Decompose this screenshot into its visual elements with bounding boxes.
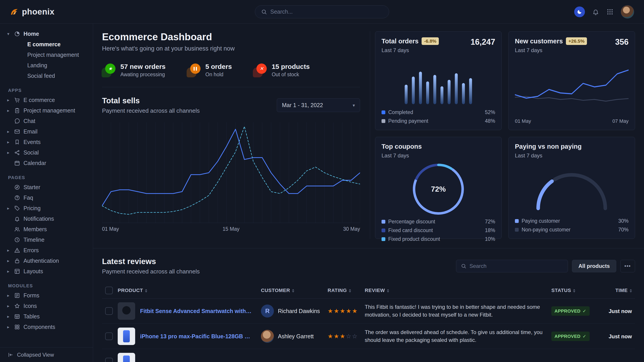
customer: Ashley Garrett <box>261 330 321 343</box>
sort-up-arrow <box>292 289 294 291</box>
legend-item: Fixed product discount10% <box>382 236 495 242</box>
sidebar-item-e-commerce[interactable]: ▸E commerce <box>6 95 87 105</box>
sidebar-item-timeline[interactable]: Timeline <box>6 235 87 245</box>
reviews-table: PRODUCTCUSTOMERRATINGREVIEWSTATUSTIME Fi… <box>102 283 635 362</box>
star-filled-icon: ★ <box>334 333 340 340</box>
sort-down-arrow <box>573 291 575 293</box>
cell-checkbox <box>102 349 114 362</box>
legend-swatch <box>382 119 385 123</box>
sidebar-item-layouts[interactable]: ▸Layouts <box>6 266 87 277</box>
sidebar-item-project-management[interactable]: Project management <box>6 50 87 60</box>
sidebar-item-components[interactable]: ▸Components <box>6 322 87 332</box>
sidebar-item-faq[interactable]: Faq <box>6 193 87 203</box>
chevron-right-icon: ▸ <box>6 97 11 103</box>
customer: RRichard Dawkins <box>261 305 321 318</box>
sidebar-item-forms[interactable]: ▸Forms <box>6 290 87 301</box>
reviews-search[interactable] <box>456 260 568 272</box>
checkbox[interactable] <box>105 333 113 340</box>
checkbox[interactable] <box>105 358 113 362</box>
sidebar-item-notifications[interactable]: Notifications <box>6 214 87 224</box>
column-header-review[interactable]: REVIEW <box>362 283 548 299</box>
sidebar-item-email[interactable]: ▸Email <box>6 126 87 137</box>
collapsed-view-toggle[interactable]: Collapsed View <box>0 347 93 362</box>
share-icon <box>14 150 20 156</box>
cell-review <box>362 349 548 362</box>
sidebar-item-project-management[interactable]: ▸Project management <box>6 105 87 116</box>
sidebar-item-home[interactable]: ▾Home <box>6 29 87 39</box>
sidebar-item-events[interactable]: ▸Events <box>6 137 87 147</box>
legend-label: Paying customer <box>522 218 560 224</box>
pause-bar <box>196 67 197 71</box>
apps-grid-button[interactable] <box>606 8 614 15</box>
column-header-product[interactable]: PRODUCT <box>114 283 258 299</box>
checkbox[interactable] <box>105 287 113 294</box>
cell-review: This Fitbit is fantastic! I was trying t… <box>362 299 548 324</box>
checkbox[interactable] <box>105 307 113 315</box>
top-coupons-legend: Percentage discount72%Fixed card discoun… <box>382 219 495 242</box>
column-header-customer[interactable]: CUSTOMER <box>258 283 324 299</box>
product-image <box>118 302 135 320</box>
latest-reviews-section: Latest reviews Payment received across a… <box>102 248 635 362</box>
stat-text: 57 new ordersAwating processing <box>120 63 166 78</box>
sidebar-item-social-feed[interactable]: Social feed <box>6 71 87 81</box>
sort-icon <box>573 289 575 293</box>
chevron-right-icon: ▸ <box>6 258 11 263</box>
star-filled-icon: ★ <box>334 308 340 314</box>
chevron-right-icon: ▸ <box>6 269 11 274</box>
sidebar-item-authentication[interactable]: ▸Authentication <box>6 256 87 266</box>
chevron-right-icon: ▸ <box>6 129 11 134</box>
all-products-button[interactable]: All products <box>572 260 616 272</box>
sidebar-item-starter[interactable]: Starter <box>6 182 87 193</box>
x-label: 30 May <box>343 226 360 232</box>
sidebar-item-e-commerce[interactable]: E commerce <box>6 39 87 50</box>
sidebar-item-calendar[interactable]: Calendar <box>6 158 87 168</box>
brand-logo[interactable]: phoenix <box>10 7 54 16</box>
sort-down-arrow <box>292 291 294 293</box>
star-filled-icon: ★ <box>328 333 334 340</box>
sidebar-item-errors[interactable]: ▸Errors <box>6 245 87 256</box>
stat-text: 5 ordersOn hold <box>206 63 232 78</box>
sidebar-item-label: Components <box>24 324 55 330</box>
column-header-rating[interactable]: RATING <box>324 283 362 299</box>
sidebar-item-icons[interactable]: ▸Icons <box>6 301 87 311</box>
more-options-button[interactable]: ••• <box>620 260 635 272</box>
sidebar-item-label: Starter <box>24 184 40 191</box>
product-link[interactable]: Fitbit Sense Advanced Smartwatch with To… <box>140 308 252 314</box>
sidebar-item-social[interactable]: ▸Social <box>6 147 87 158</box>
legend-label: Fixed card discount <box>388 227 433 233</box>
product-link[interactable]: iPhone 13 pro max-Pacific Blue-128GB sto… <box>140 333 252 340</box>
sidebar-item-landing[interactable]: Landing <box>6 60 87 71</box>
top-coupons-chart-wrap: 72% <box>413 164 464 215</box>
notifications-button[interactable] <box>592 8 599 15</box>
x-stat-icon: ✕ <box>253 63 267 77</box>
reviews-search-input[interactable] <box>470 263 563 269</box>
legend-value: 52% <box>485 109 495 115</box>
sidebar-item-pricing[interactable]: ▸Pricing <box>6 203 87 214</box>
star-filled-icon: ★ <box>340 308 346 314</box>
alert-icon <box>14 247 20 253</box>
legend-swatch <box>515 228 519 232</box>
user-avatar[interactable] <box>621 5 634 18</box>
sidebar-item-label: E commerce <box>24 97 55 103</box>
reviews-subtitle: Payment received across all channels <box>102 268 200 275</box>
sidebar-item-label: Notifications <box>24 216 54 222</box>
sort-down-arrow <box>387 291 389 293</box>
chevron-right-icon: ▸ <box>6 304 11 309</box>
cell-customer: RRichard Dawkins <box>258 299 324 324</box>
sidebar-item-tables[interactable]: ▸Tables <box>6 311 87 322</box>
column-header-time[interactable]: TIME <box>603 283 635 299</box>
search-input[interactable] <box>270 8 383 15</box>
global-search[interactable] <box>255 5 389 18</box>
sort-down-arrow <box>630 291 632 293</box>
sidebar-item-members[interactable]: Members <box>6 224 87 235</box>
date-range-select[interactable]: Mar 1 - 31, 2022 ▾ <box>277 98 360 112</box>
cell-time <box>603 349 635 362</box>
chevron-right-icon: ▸ <box>6 248 11 253</box>
sidebar-item-chat[interactable]: Chat <box>6 116 87 126</box>
navbar-actions <box>574 5 634 18</box>
cell-product <box>114 349 258 362</box>
theme-toggle-button[interactable] <box>574 6 585 17</box>
trend-badge: +26.5% <box>566 37 587 45</box>
pause-stat-icon <box>187 63 200 77</box>
column-header-status[interactable]: STATUS <box>548 283 603 299</box>
